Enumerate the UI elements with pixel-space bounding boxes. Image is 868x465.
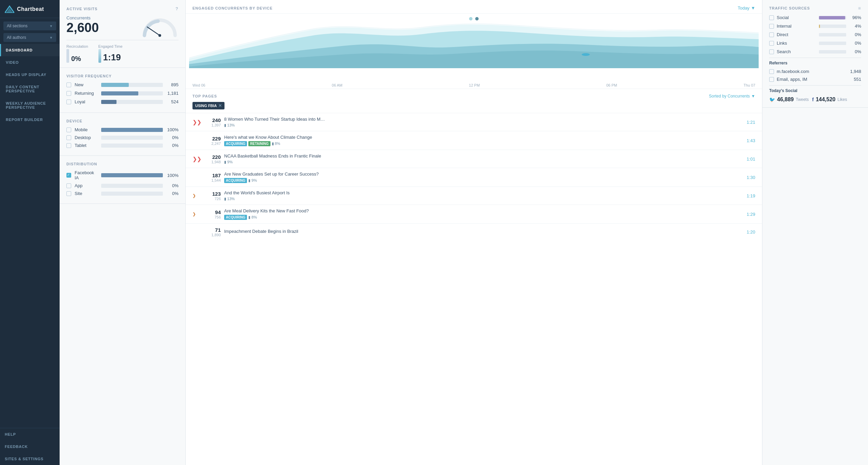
frequency-bar-fill	[101, 83, 129, 87]
svg-point-5	[582, 53, 590, 56]
list-icon[interactable]: ≡	[858, 5, 861, 11]
today-button[interactable]: Today ▼	[738, 5, 755, 11]
frequency-checkbox[interactable]	[66, 91, 71, 96]
distribution-title: DISTRIBUTION	[66, 162, 179, 166]
distribution-checkbox[interactable]	[66, 191, 71, 196]
distribution-rows: Facebook IA 100% App 0% Site 0%	[66, 170, 179, 196]
chart-legend-dots	[469, 17, 479, 20]
recirculation-metric: Recirculation 0%	[66, 44, 88, 63]
device-checkbox[interactable]	[66, 127, 71, 132]
frequency-checkbox[interactable]	[66, 82, 71, 87]
sidebar-item-hud[interactable]: HEADS UP DISPLAY	[0, 69, 60, 81]
traffic-checkbox[interactable]	[769, 15, 774, 20]
device-value: 0%	[166, 143, 179, 148]
traffic-value: 0%	[849, 49, 861, 54]
traffic-checkbox[interactable]	[769, 32, 774, 37]
referrer-label: m.facebook.com	[777, 69, 847, 74]
page-row[interactable]: – 229 2,247 Here's what we Know About Cl…	[186, 131, 762, 150]
page-row[interactable]: – 71 1,890 Impeachment Debate Begins in …	[186, 223, 762, 240]
traffic-label: Internal	[777, 24, 816, 29]
page-engaged-time: 1:43	[747, 138, 755, 143]
page-row[interactable]: ❯❯ 240 1,397 8 Women Who Turned Their St…	[186, 113, 762, 131]
frequency-bar-bg	[101, 83, 163, 87]
fb-percent: ▮ 13%	[224, 123, 235, 127]
fb-percent: ▮ 8%	[272, 141, 280, 146]
social-count: 144,520	[816, 96, 836, 103]
traffic-bar-fill	[819, 25, 820, 28]
main-content: ACTIVE VISITS ? Concurrents 2,600	[60, 0, 868, 465]
chart-header: ENGAGED CONCURRENTS BY DEVICE Today ▼	[186, 0, 762, 14]
authors-dropdown[interactable]: All authors ▼	[3, 33, 56, 42]
left-panel: ACTIVE VISITS ? Concurrents 2,600	[60, 0, 186, 465]
traffic-checkbox[interactable]	[769, 49, 774, 54]
distribution-checkbox[interactable]	[66, 173, 71, 178]
sidebar-item-dashboard[interactable]: DASHBOARD	[0, 44, 60, 56]
sidebar-item-weekly[interactable]: WEEKLY AUDIENCE PERSPECTIVE	[0, 97, 60, 114]
page-total: 1,544	[202, 178, 221, 182]
page-engaged-time: 1:29	[747, 212, 755, 217]
frequency-checkbox[interactable]	[66, 100, 71, 104]
traffic-source-row: Internal 4%	[769, 24, 861, 29]
page-title: 8 Women Who Turned Their Startup Ideas i…	[224, 117, 741, 122]
sidebar-item-report[interactable]: REPORT BUILDER	[0, 114, 60, 126]
page-row[interactable]: – 187 1,544 Are New Graduates Set up for…	[186, 168, 762, 186]
device-row: Desktop 0%	[66, 135, 179, 140]
device-row: Mobile 100%	[66, 127, 179, 132]
distribution-bar-bg	[101, 192, 163, 196]
traffic-checkbox[interactable]	[769, 24, 774, 29]
sidebar-dropdowns: All sections ▼ All authors ▼	[0, 18, 60, 44]
sorted-by-dropdown[interactable]: Sorted by Concurrents ▼	[709, 94, 755, 99]
fb-percent: ▮ 9%	[224, 160, 233, 164]
traffic-bar-bg	[819, 25, 846, 28]
page-engaged-time: 1:21	[747, 120, 755, 125]
frequency-bar-fill	[101, 100, 117, 104]
traffic-checkbox[interactable]	[769, 41, 774, 46]
sidebar-item-feedback[interactable]: FEEDBACK	[0, 440, 60, 453]
page-tag: RETAINING	[248, 141, 270, 146]
page-info: NCAA Basketball Madness Ends in Frantic …	[224, 153, 741, 164]
distribution-row: Facebook IA 100%	[66, 170, 179, 180]
referrer-checkbox[interactable]	[769, 77, 774, 82]
help-icon[interactable]: ?	[175, 6, 179, 11]
social-title: Today's Social	[769, 88, 861, 93]
page-numbers: 229 2,247	[202, 136, 221, 146]
page-row[interactable]: ❯ 94 756 Are Meal Delivery Kits the New …	[186, 205, 762, 223]
device-checkbox[interactable]	[66, 135, 71, 140]
trend-neutral-icon: –	[192, 229, 199, 235]
concurrents-label: Concurrents	[66, 15, 99, 20]
page-total: 726	[202, 197, 221, 201]
sidebar-item-daily[interactable]: DAILY CONTENT PERSPECTIVE	[0, 81, 60, 97]
page-tag: ACQUIRING	[224, 141, 247, 146]
distribution-checkbox[interactable]	[66, 183, 71, 188]
sidebar-item-video[interactable]: VIDEO	[0, 56, 60, 69]
trend-neutral-icon: –	[192, 175, 199, 180]
page-title: Impeachment Debate Begins in Brazil	[224, 229, 741, 234]
page-row[interactable]: ❯❯ 220 1,948 NCAA Basketball Madness End…	[186, 150, 762, 168]
page-numbers: 187 1,544	[202, 172, 221, 182]
svg-point-3	[158, 34, 161, 37]
close-icon[interactable]: ✕	[218, 103, 222, 108]
sidebar-item-help[interactable]: HELP	[0, 428, 60, 440]
device-section: DEVICE Mobile 100% Desktop 0% Tablet 0%	[60, 113, 185, 156]
sections-dropdown[interactable]: All sections ▼	[3, 21, 56, 30]
frequency-row: New 895	[66, 82, 179, 87]
referrer-checkbox[interactable]	[769, 69, 774, 74]
page-numbers: 94 756	[202, 209, 221, 219]
page-engaged-time: 1:01	[747, 156, 755, 162]
sidebar-nav: DASHBOARD VIDEO HEADS UP DISPLAY DAILY C…	[0, 44, 60, 126]
device-checkbox[interactable]	[66, 143, 71, 148]
page-current: 220	[202, 154, 221, 160]
traffic-value: 96%	[849, 15, 861, 20]
chevron-down-icon: ▼	[49, 24, 53, 28]
x-label-3: 12 PM	[469, 83, 480, 87]
sidebar-item-settings[interactable]: SITES & SETTINGS	[0, 453, 60, 465]
filter-tag-fbia[interactable]: USING FBIA ✕	[192, 102, 224, 109]
referrer-value: 1,948	[850, 69, 861, 74]
page-tag: ACQUIRING	[224, 178, 247, 183]
page-tags: ▮ 13%	[224, 197, 741, 201]
sidebar-bottom: HELP FEEDBACK SITES & SETTINGS	[0, 428, 60, 465]
traffic-bar-bg	[819, 33, 846, 36]
page-row[interactable]: ❯ 123 726 And the World's Busiest Airpor…	[186, 186, 762, 205]
social-row: 🐦 46,889 Tweets f 144,520 Likes	[769, 96, 861, 103]
traffic-source-row: Links 0%	[769, 41, 861, 46]
